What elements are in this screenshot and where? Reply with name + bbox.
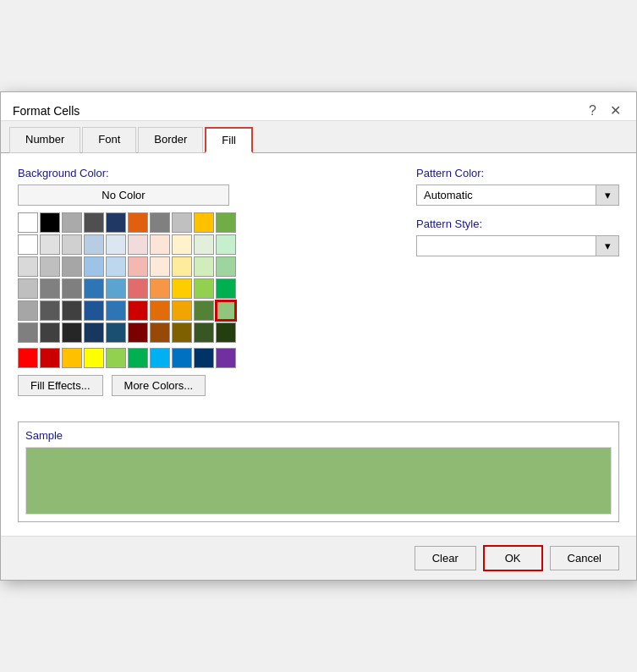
color-cell[interactable] <box>18 278 38 299</box>
color-row-4 <box>18 278 399 299</box>
color-cell[interactable] <box>18 322 38 343</box>
color-cell[interactable] <box>84 348 104 368</box>
help-button[interactable]: ? <box>585 102 600 120</box>
color-cell[interactable] <box>106 278 126 299</box>
color-cell[interactable] <box>150 348 170 368</box>
tabs-bar: Number Font Border Fill <box>1 121 636 153</box>
color-cell[interactable] <box>62 300 82 321</box>
color-cell[interactable] <box>62 256 82 277</box>
color-cell[interactable] <box>172 256 192 277</box>
color-cell[interactable] <box>128 322 148 343</box>
format-cells-dialog: Format Cells ? ✕ Number Font Border Fill… <box>0 91 637 581</box>
fill-effects-button[interactable]: Fill Effects... <box>18 375 103 396</box>
color-cell[interactable] <box>18 212 38 233</box>
clear-button[interactable]: Clear <box>415 546 476 570</box>
color-cell[interactable] <box>128 256 148 277</box>
color-row-2 <box>18 234 399 255</box>
color-cell[interactable] <box>216 348 236 368</box>
color-cell[interactable] <box>128 300 148 321</box>
color-cell[interactable] <box>194 300 214 321</box>
color-cell[interactable] <box>216 212 236 233</box>
pattern-color-label: Pattern Color: <box>416 167 619 179</box>
color-cell[interactable] <box>216 278 236 299</box>
color-cell[interactable] <box>150 256 170 277</box>
color-cell[interactable] <box>150 212 170 233</box>
tab-fill[interactable]: Fill <box>205 127 253 153</box>
color-cell[interactable] <box>194 278 214 299</box>
color-cell[interactable] <box>172 234 192 255</box>
color-cell[interactable] <box>84 234 104 255</box>
color-cell[interactable] <box>106 322 126 343</box>
color-action-buttons: Fill Effects... More Colors... <box>18 375 399 396</box>
color-cell[interactable] <box>172 212 192 233</box>
color-cell[interactable] <box>18 300 38 321</box>
color-cell[interactable] <box>18 256 38 277</box>
close-button[interactable]: ✕ <box>607 101 624 120</box>
color-grid <box>18 212 399 368</box>
color-cell[interactable] <box>62 234 82 255</box>
color-cell[interactable] <box>18 348 38 368</box>
color-cell[interactable] <box>40 348 60 368</box>
color-cell[interactable] <box>216 234 236 255</box>
color-cell[interactable] <box>62 322 82 343</box>
color-cell[interactable] <box>150 300 170 321</box>
color-cell[interactable] <box>106 212 126 233</box>
color-cell[interactable] <box>194 322 214 343</box>
color-row-5 <box>18 300 399 321</box>
color-cell[interactable] <box>40 322 60 343</box>
color-cell[interactable] <box>40 300 60 321</box>
sample-section: Sample <box>18 421 619 522</box>
color-cell[interactable] <box>194 212 214 233</box>
color-cell[interactable] <box>62 212 82 233</box>
color-cell[interactable] <box>150 322 170 343</box>
sample-label: Sample <box>25 429 612 442</box>
color-cell[interactable] <box>172 348 192 368</box>
color-cell[interactable] <box>84 212 104 233</box>
color-cell[interactable] <box>84 256 104 277</box>
color-cell[interactable] <box>194 348 214 368</box>
color-cell[interactable] <box>172 300 192 321</box>
color-cell[interactable] <box>40 234 60 255</box>
tab-number[interactable]: Number <box>9 127 80 153</box>
dialog-footer: Clear OK Cancel <box>1 536 636 580</box>
color-cell[interactable] <box>106 300 126 321</box>
color-cell[interactable] <box>84 278 104 299</box>
right-column: Pattern Color: Automatic ▾ Pattern Style… <box>416 167 619 396</box>
color-cell[interactable] <box>84 322 104 343</box>
color-cell[interactable] <box>194 256 214 277</box>
color-cell[interactable] <box>40 212 60 233</box>
color-cell[interactable] <box>150 234 170 255</box>
color-row-6 <box>18 322 399 343</box>
ok-button[interactable]: OK <box>483 545 543 571</box>
title-bar: Format Cells ? ✕ <box>1 92 636 121</box>
color-cell[interactable] <box>194 234 214 255</box>
background-color-label: Background Color: <box>18 167 399 179</box>
color-cell[interactable] <box>106 256 126 277</box>
tab-border[interactable]: Border <box>138 127 203 153</box>
color-cell[interactable] <box>128 348 148 368</box>
color-cell[interactable] <box>216 322 236 343</box>
color-cell[interactable] <box>62 278 82 299</box>
color-cell[interactable] <box>172 322 192 343</box>
color-cell[interactable] <box>106 234 126 255</box>
color-cell[interactable] <box>62 348 82 368</box>
color-cell[interactable] <box>128 278 148 299</box>
color-cell-selected[interactable] <box>216 300 236 321</box>
cancel-button[interactable]: Cancel <box>550 546 619 570</box>
color-cell[interactable] <box>150 278 170 299</box>
pattern-color-dropdown[interactable]: Automatic <box>416 185 619 206</box>
color-cell[interactable] <box>216 256 236 277</box>
color-cell[interactable] <box>172 278 192 299</box>
pattern-style-dropdown-container: ▾ <box>416 235 619 256</box>
color-cell[interactable] <box>18 234 38 255</box>
no-color-button[interactable]: No Color <box>18 185 229 206</box>
color-cell[interactable] <box>40 256 60 277</box>
color-cell[interactable] <box>106 348 126 368</box>
more-colors-button[interactable]: More Colors... <box>112 375 206 396</box>
color-cell[interactable] <box>128 234 148 255</box>
color-cell[interactable] <box>84 300 104 321</box>
pattern-style-dropdown[interactable] <box>416 235 619 256</box>
tab-font[interactable]: Font <box>82 127 136 153</box>
color-cell[interactable] <box>128 212 148 233</box>
color-cell[interactable] <box>40 278 60 299</box>
